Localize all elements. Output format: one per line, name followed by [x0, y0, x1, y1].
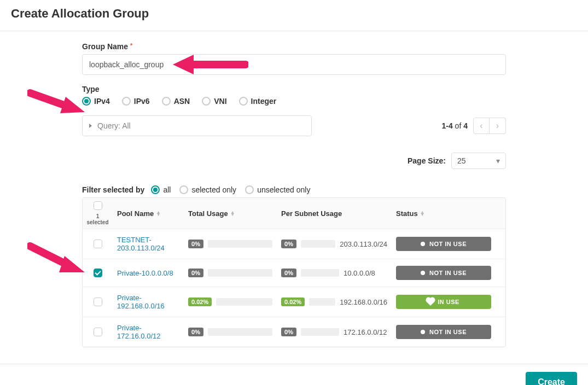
radio-icon — [179, 185, 188, 194]
query-box[interactable]: Query: All — [82, 115, 312, 136]
total-usage-bar — [208, 269, 272, 277]
per-subnet-badge: 0% — [281, 269, 296, 277]
status-pill: NOT IN USE — [396, 266, 491, 280]
radio-label: ASN — [174, 97, 190, 106]
table-row: Private-192.168.0.0/160.02%0.02%192.168.… — [83, 287, 505, 317]
total-usage-badge: 0% — [188, 269, 203, 277]
sort-icon: ▲▼ — [230, 211, 235, 215]
type-radio-asn[interactable]: ASN — [162, 97, 190, 106]
pool-name-link[interactable]: Private-172.16.0.0/12 — [113, 317, 184, 347]
table-row: Private-10.0.0.0/80%0%10.0.0.0/8NOT IN U… — [83, 259, 505, 287]
page-title: Create Allocation Group — [11, 7, 577, 21]
radio-icon — [151, 185, 160, 194]
pool-name-link[interactable]: TESTNET-203.0.113.0/24 — [113, 229, 184, 259]
next-page-button[interactable]: › — [490, 118, 506, 134]
total-usage-bar — [216, 298, 272, 306]
per-subnet-badge: 0.02% — [281, 298, 305, 306]
row-checkbox[interactable] — [94, 328, 102, 336]
header-checkbox-cell: 1 selected — [83, 198, 113, 229]
status-pill: NOT IN USE — [396, 325, 491, 339]
type-radio-integer[interactable]: Integer — [239, 97, 277, 106]
subnet-text: 10.0.0.0/8 — [344, 269, 375, 277]
per-subnet-bar — [301, 328, 339, 336]
sort-icon: ▲▼ — [156, 211, 161, 215]
status-text: NOT IN USE — [429, 241, 467, 247]
radio-icon — [122, 97, 131, 106]
heart-icon — [427, 298, 434, 306]
per-subnet-bar — [309, 298, 335, 306]
caret-down-icon: ▾ — [496, 156, 500, 165]
required-indicator: * — [130, 42, 132, 49]
per-subnet-badge: 0% — [281, 328, 296, 336]
radio-icon — [239, 97, 248, 106]
select-all-checkbox[interactable] — [94, 201, 102, 210]
per-subnet-badge: 0% — [281, 240, 296, 248]
sort-icon: ▲▼ — [420, 211, 425, 215]
radio-label: unselected only — [257, 185, 310, 194]
type-radio-ipv6[interactable]: IPv6 — [122, 97, 150, 106]
query-text: Query: All — [97, 121, 131, 130]
selected-count: 1 selected — [85, 213, 110, 225]
subnet-text: 192.168.0.0/16 — [340, 298, 387, 306]
page-size-label: Page Size: — [407, 156, 446, 165]
pool-table: 1 selected Pool Name ▲▼ Total Usage ▲▼ P… — [82, 197, 506, 347]
radio-label: all — [163, 185, 171, 194]
dot-icon — [421, 330, 425, 334]
radio-label: IPv4 — [94, 97, 110, 106]
status-text: IN USE — [438, 299, 459, 305]
page-size-select[interactable]: 25 ▾ — [451, 153, 506, 169]
col-per-subnet-usage: Per Subnet Usage — [277, 204, 392, 223]
total-usage-badge: 0.02% — [188, 298, 212, 306]
table-row: TESTNET-203.0.113.0/240%0%203.0.113.0/24… — [83, 229, 505, 259]
subnet-text: 203.0.113.0/24 — [340, 240, 387, 248]
caret-right-icon — [89, 124, 92, 128]
col-pool-name[interactable]: Pool Name ▲▼ — [113, 204, 184, 223]
per-subnet-bar — [301, 240, 335, 248]
dot-icon — [421, 271, 425, 275]
status-pill: NOT IN USE — [396, 237, 491, 251]
pool-name-link[interactable]: Private-192.168.0.0/16 — [113, 287, 184, 317]
filter-radio-all[interactable]: all — [151, 185, 171, 194]
row-checkbox[interactable] — [94, 269, 102, 277]
filter-radio-selected-only[interactable]: selected only — [179, 185, 236, 194]
total-usage-badge: 0% — [188, 240, 203, 248]
radio-label: VNI — [214, 97, 226, 106]
radio-icon — [202, 97, 211, 106]
dot-icon — [421, 242, 425, 246]
radio-label: Integer — [251, 97, 277, 106]
total-usage-badge: 0% — [188, 328, 203, 336]
per-subnet-bar — [301, 269, 339, 277]
total-usage-bar — [208, 240, 272, 248]
radio-icon — [82, 97, 91, 106]
col-total-usage[interactable]: Total Usage ▲▼ — [184, 204, 277, 223]
row-checkbox[interactable] — [94, 298, 102, 306]
group-name-label: Group Name * — [82, 42, 506, 51]
prev-page-button[interactable]: ‹ — [473, 118, 490, 134]
status-text: NOT IN USE — [429, 329, 467, 335]
pool-name-link[interactable]: Private-10.0.0.0/8 — [113, 262, 184, 284]
type-label: Type — [82, 85, 506, 94]
radio-icon — [162, 97, 171, 106]
col-status[interactable]: Status ▲▼ — [392, 204, 496, 223]
range-text: 1-4 of 4 — [442, 121, 468, 130]
total-usage-bar — [208, 328, 272, 336]
subnet-text: 172.16.0.0/12 — [344, 328, 387, 336]
status-text: NOT IN USE — [429, 270, 467, 276]
status-pill: IN USE — [396, 295, 491, 309]
create-button[interactable]: Create — [526, 372, 577, 385]
radio-label: IPv6 — [134, 97, 150, 106]
group-name-input[interactable] — [82, 54, 506, 75]
table-row: Private-172.16.0.0/120%0%172.16.0.0/12NO… — [83, 317, 505, 347]
radio-label: selected only — [191, 185, 236, 194]
radio-icon — [245, 185, 254, 194]
row-checkbox[interactable] — [94, 240, 102, 248]
type-radio-ipv4[interactable]: IPv4 — [82, 97, 110, 106]
filter-radio-unselected-only[interactable]: unselected only — [245, 185, 310, 194]
type-radio-vni[interactable]: VNI — [202, 97, 226, 106]
filter-label: Filter selected by — [82, 185, 144, 194]
